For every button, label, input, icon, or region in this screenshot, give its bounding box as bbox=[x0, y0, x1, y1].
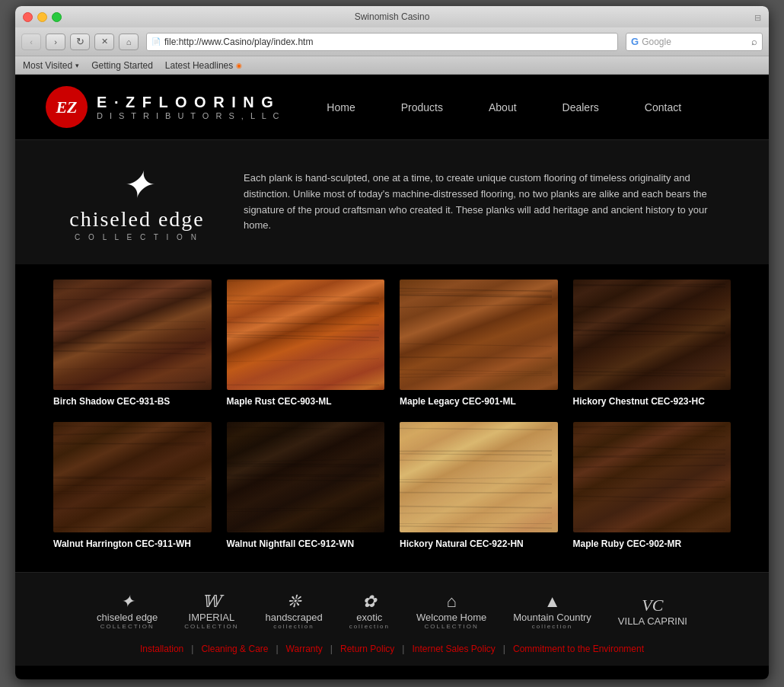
svg-line-87 bbox=[573, 446, 725, 450]
nav-products[interactable]: Products bbox=[401, 101, 443, 114]
nav-dealers-link[interactable]: Dealers bbox=[563, 101, 599, 113]
footer-logo-item[interactable]: ❊handscrapedcollection bbox=[265, 592, 322, 630]
hero-description: Each plank is hand-sculpted, one at a ti… bbox=[244, 163, 723, 234]
nav-about[interactable]: About bbox=[489, 101, 517, 114]
nav-products-link[interactable]: Products bbox=[401, 101, 443, 113]
svg-line-88 bbox=[573, 496, 725, 499]
product-card[interactable]: Walnut Harrington CEC-911-WH bbox=[53, 422, 212, 549]
footer-logos: ✦chiseled edgeCOLLECTION𝕎IMPERIALCOLLECT… bbox=[61, 592, 723, 630]
getting-started-bookmark[interactable]: Getting Started bbox=[91, 60, 153, 71]
getting-started-label: Getting Started bbox=[91, 60, 153, 71]
product-card[interactable]: Maple Ruby CEC-902-MR bbox=[573, 422, 731, 549]
product-image bbox=[53, 422, 212, 532]
logo-italic-text: EZ bbox=[56, 97, 77, 117]
footer-logo-item[interactable]: ✦chiseled edgeCOLLECTION bbox=[97, 592, 158, 630]
wood-grain-svg bbox=[573, 422, 731, 532]
page-icon: 📄 bbox=[151, 37, 161, 46]
address-bar[interactable]: 📄 file:http://www.Casino/play/index.htm bbox=[146, 33, 618, 51]
wood-grain-svg bbox=[53, 280, 212, 390]
product-card[interactable]: Hickory Natural CEC-922-HN bbox=[400, 422, 558, 549]
most-visited-label: Most Visited bbox=[23, 60, 72, 71]
svg-line-63 bbox=[227, 459, 379, 462]
footer-logo-name: handscraped bbox=[265, 612, 322, 623]
svg-line-79 bbox=[400, 477, 552, 479]
footer-separator: | bbox=[276, 644, 278, 654]
refresh-button[interactable]: ↻ bbox=[70, 34, 90, 50]
google-icon: G bbox=[631, 36, 639, 47]
window-title: Swinomish Casino bbox=[355, 11, 430, 22]
svg-line-9 bbox=[53, 321, 206, 321]
footer-separator: | bbox=[191, 644, 193, 654]
footer-logo-ornament: ❊ bbox=[265, 592, 322, 612]
footer-link[interactable]: Return Policy bbox=[340, 644, 394, 654]
svg-line-11 bbox=[53, 368, 206, 369]
footer-logo-item[interactable]: ⌂Welcome HomeCOLLECTION bbox=[416, 592, 486, 630]
search-bar[interactable]: G Google ⌕ bbox=[626, 33, 763, 51]
home-button[interactable]: ⌂ bbox=[119, 34, 139, 50]
svg-line-89 bbox=[573, 427, 725, 431]
footer-logo-item[interactable]: ✿exoticcollection bbox=[349, 592, 390, 630]
window-resize-icon[interactable]: ⊟ bbox=[754, 10, 761, 24]
nav-dealers[interactable]: Dealers bbox=[563, 101, 599, 114]
svg-line-12 bbox=[227, 316, 379, 317]
wood-grain-svg bbox=[227, 422, 385, 532]
svg-line-70 bbox=[227, 527, 379, 531]
maximize-button[interactable] bbox=[52, 12, 62, 22]
rss-icon: ◉ bbox=[236, 62, 242, 69]
footer-logo-item[interactable]: ▲Mountain Countrycollection bbox=[513, 592, 591, 630]
footer-link[interactable]: Installation bbox=[140, 644, 183, 654]
products-grid: Birch Shadow CEC-931-BSMaple Rust CEC-90… bbox=[53, 280, 731, 549]
footer-link[interactable]: Warranty bbox=[286, 644, 323, 654]
product-card[interactable]: Maple Legacy CEC-901-ML bbox=[400, 280, 558, 407]
stop-button[interactable]: ✕ bbox=[94, 34, 114, 50]
svg-line-17 bbox=[227, 359, 379, 362]
product-name: Hickory Chestnut CEC-923-HC bbox=[573, 396, 731, 407]
website-content: EZ E · Z F L O O R I N G D I S T R I B U… bbox=[15, 75, 769, 679]
nav-about-link[interactable]: About bbox=[489, 101, 517, 113]
forward-button[interactable]: › bbox=[46, 34, 65, 50]
footer-logo-item[interactable]: VCVILLA CAPRINI bbox=[618, 596, 687, 627]
logo-text: E · Z F L O O R I N G D I S T R I B U T … bbox=[97, 94, 281, 120]
footer-logo-item[interactable]: 𝕎IMPERIALCOLLECTION bbox=[184, 592, 238, 630]
svg-line-58 bbox=[53, 491, 206, 492]
svg-line-47 bbox=[573, 334, 725, 335]
search-submit-icon[interactable]: ⌕ bbox=[751, 36, 757, 47]
nav-contact[interactable]: Contact bbox=[645, 101, 681, 114]
stop-icon: ✕ bbox=[101, 37, 108, 46]
nav-contact-link[interactable]: Contact bbox=[645, 101, 681, 113]
most-visited-bookmark[interactable]: Most Visited ▾ bbox=[23, 60, 79, 71]
product-image bbox=[227, 280, 385, 390]
product-card[interactable]: Hickory Chestnut CEC-923-HC bbox=[573, 280, 731, 407]
svg-line-69 bbox=[227, 480, 379, 481]
footer-link[interactable]: Commitment to the Environment bbox=[513, 644, 644, 654]
svg-line-50 bbox=[53, 485, 206, 486]
latest-headlines-bookmark[interactable]: Latest Headlines ◉ bbox=[165, 60, 242, 71]
svg-line-19 bbox=[227, 322, 379, 324]
nav-home-link[interactable]: Home bbox=[327, 101, 355, 113]
logo[interactable]: EZ E · Z F L O O R I N G D I S T R I B U… bbox=[46, 86, 281, 128]
minimize-button[interactable] bbox=[37, 12, 47, 22]
site-navigation: EZ E · Z F L O O R I N G D I S T R I B U… bbox=[15, 75, 769, 140]
product-image bbox=[227, 422, 385, 532]
product-card[interactable]: Walnut Nightfall CEC-912-WN bbox=[227, 422, 385, 549]
product-image bbox=[53, 280, 212, 390]
footer-logo-ornament: ▲ bbox=[513, 592, 591, 612]
refresh-icon: ↻ bbox=[76, 36, 84, 47]
product-image bbox=[400, 280, 558, 390]
nav-home[interactable]: Home bbox=[327, 101, 355, 114]
svg-line-85 bbox=[573, 465, 725, 468]
svg-line-77 bbox=[400, 506, 552, 508]
home-icon: ⌂ bbox=[126, 37, 132, 46]
back-button[interactable]: ‹ bbox=[21, 34, 41, 50]
svg-line-56 bbox=[53, 432, 206, 435]
svg-line-92 bbox=[573, 427, 725, 427]
footer-link[interactable]: Internet Sales Policy bbox=[412, 644, 495, 654]
close-button[interactable] bbox=[23, 12, 33, 22]
product-card[interactable]: Maple Rust CEC-903-ML bbox=[227, 280, 385, 407]
dropdown-icon: ▾ bbox=[75, 62, 79, 69]
footer-link[interactable]: Cleaning & Care bbox=[201, 644, 268, 654]
product-image bbox=[400, 422, 558, 532]
footer-logo-sub: COLLECTION bbox=[97, 623, 158, 630]
svg-line-34 bbox=[400, 375, 552, 378]
product-card[interactable]: Birch Shadow CEC-931-BS bbox=[53, 280, 212, 407]
